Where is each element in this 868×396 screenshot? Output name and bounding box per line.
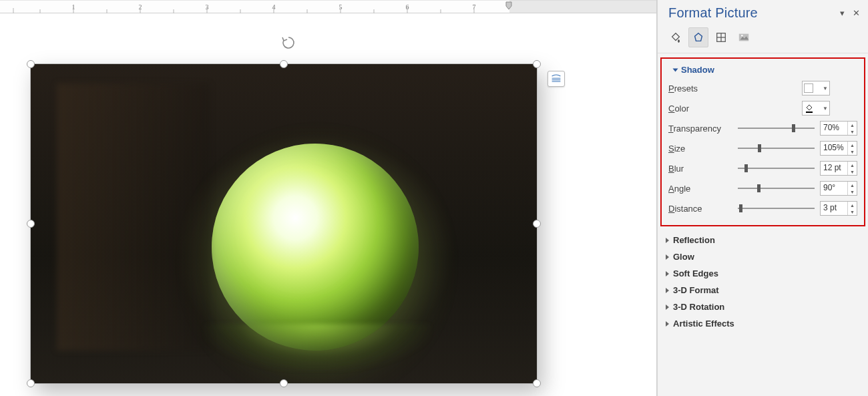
selected-picture[interactable] [30, 63, 537, 384]
section-glow-header[interactable]: Glow [658, 248, 868, 265]
layout-options-button[interactable] [548, 71, 565, 87]
section-label: 3-D Rotation [673, 302, 724, 312]
tab-picture[interactable] [734, 27, 754, 47]
document-canvas[interactable] [0, 13, 656, 396]
spin-down-icon[interactable]: ▼ [848, 128, 857, 135]
section-label: Soft Edges [673, 268, 718, 278]
spin-down-icon[interactable]: ▼ [848, 168, 857, 175]
angle-value: 90° [821, 182, 847, 195]
expand-caret-icon [666, 305, 669, 310]
distance-slider[interactable] [738, 208, 815, 209]
transparency-slider[interactable] [738, 128, 815, 129]
section-label: Glow [673, 252, 694, 262]
section-artistic-effects-header[interactable]: Artistic Effects [658, 315, 868, 332]
spin-up-icon[interactable]: ▲ [848, 182, 857, 188]
section-soft-edges-header[interactable]: Soft Edges [658, 265, 868, 282]
section-3d-format-header[interactable]: 3-D Format [658, 282, 868, 299]
blur-spinner[interactable]: 12 pt ▲▼ [820, 161, 857, 176]
spin-up-icon[interactable]: ▲ [848, 162, 857, 168]
tab-size-properties[interactable] [711, 27, 731, 47]
distance-spinner[interactable]: 3 pt ▲▼ [820, 201, 857, 216]
spin-up-icon[interactable]: ▲ [848, 202, 857, 208]
row-presets: Presets ▼ [666, 78, 860, 98]
spin-down-icon[interactable]: ▼ [848, 188, 857, 195]
tab-effects[interactable] [688, 27, 708, 47]
row-transparency: Transparency 70% ▲▼ [666, 118, 860, 138]
chevron-down-icon: ▼ [823, 106, 828, 112]
section-label: Shadow [681, 65, 714, 75]
row-blur: Blur 12 pt ▲▼ [666, 158, 860, 178]
angle-slider[interactable] [738, 188, 815, 189]
svg-marker-16 [506, 2, 511, 9]
expand-caret-icon [666, 288, 669, 293]
row-angle: Angle 90° ▲▼ [666, 178, 860, 198]
transparency-spinner[interactable]: 70% ▲▼ [820, 121, 857, 136]
size-spinner[interactable]: 105% ▲▼ [820, 141, 857, 156]
svg-marker-20 [695, 33, 702, 41]
row-distance: Distance 3 pt ▲▼ [666, 198, 860, 218]
shadow-color-dropdown[interactable]: ▼ [802, 101, 830, 116]
presets-label: resets [674, 83, 698, 93]
section-label: Reflection [673, 235, 715, 245]
pane-close-icon[interactable]: ✕ [853, 8, 860, 18]
section-3d-rotation-header[interactable]: 3-D Rotation [658, 299, 868, 315]
section-label: Artistic Effects [673, 319, 734, 329]
shadow-presets-dropdown[interactable]: ▼ [802, 81, 830, 95]
spin-up-icon[interactable]: ▲ [848, 122, 857, 128]
expand-caret-icon [666, 271, 669, 276]
format-picture-pane: Format Picture ▾ ✕ [657, 0, 868, 396]
angle-spinner[interactable]: 90° ▲▼ [820, 181, 857, 196]
tab-fill-line[interactable] [666, 27, 686, 47]
distance-value: 3 pt [821, 202, 847, 215]
rotation-handle-icon[interactable] [280, 35, 296, 53]
shadow-section-highlighted: Shadow Presets ▼ Color [660, 57, 865, 226]
picture-content [30, 63, 537, 384]
expand-caret-icon [666, 254, 669, 260]
transparency-value: 70% [821, 122, 847, 135]
format-category-tabs [658, 23, 868, 53]
size-slider[interactable] [738, 148, 815, 149]
section-reflection-header[interactable]: Reflection [658, 232, 868, 248]
section-label: 3-D Format [673, 285, 719, 295]
svg-rect-24 [739, 34, 748, 41]
blur-value: 12 pt [821, 162, 847, 175]
svg-rect-27 [806, 112, 813, 113]
spin-down-icon[interactable]: ▼ [848, 208, 857, 215]
pane-header: Format Picture ▾ ✕ [658, 0, 868, 23]
row-size: Size 105% ▲▼ [666, 138, 860, 158]
pane-menu-caret-icon[interactable]: ▾ [840, 8, 845, 18]
section-shadow-header[interactable]: Shadow [666, 61, 860, 78]
document-area: 1 2 3 4 5 6 7 [0, 0, 657, 396]
spin-up-icon[interactable]: ▲ [848, 142, 857, 148]
chevron-down-icon: ▼ [823, 85, 828, 91]
spin-down-icon[interactable]: ▼ [848, 148, 857, 155]
expand-caret-icon [666, 321, 669, 327]
expand-caret-icon [666, 238, 669, 243]
svg-point-26 [741, 35, 743, 37]
row-color: Color ▼ [666, 98, 860, 118]
horizontal-ruler: 1 2 3 4 5 6 7 [0, 0, 656, 13]
blur-slider[interactable] [738, 168, 815, 169]
size-value: 105% [821, 142, 847, 155]
expand-caret-icon [673, 68, 678, 71]
preset-none-icon [804, 83, 813, 93]
pane-title: Format Picture [668, 5, 758, 21]
